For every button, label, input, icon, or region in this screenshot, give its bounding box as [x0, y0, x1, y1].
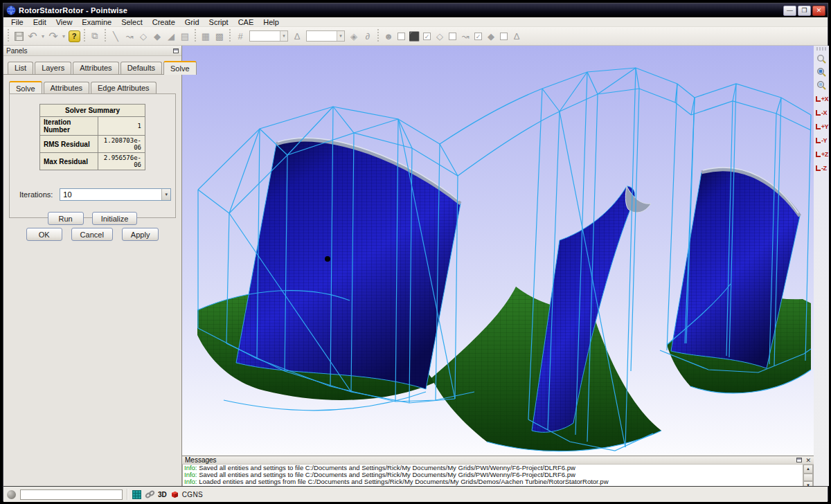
toolbar-handle [6, 29, 10, 43]
blocks-visibility-checkbox[interactable]: ✓ [423, 33, 431, 40]
show-database-icon[interactable]: ☻ [382, 29, 395, 43]
domains-visibility-checkbox[interactable] [449, 33, 456, 40]
view-toolbar-handle[interactable] [816, 47, 826, 51]
show-spacings-icon[interactable]: ◆ [484, 29, 498, 43]
project-icon[interactable]: ◈ [347, 29, 361, 43]
view-minus-z-button[interactable]: -Z [814, 161, 828, 175]
unstructured-grid-icon[interactable]: ▩ [213, 29, 226, 43]
tab-defaults[interactable]: Defaults [120, 62, 162, 74]
dimension-icon[interactable]: # [233, 29, 247, 43]
apply-button[interactable]: Apply [122, 228, 159, 241]
message-level: Info: [184, 478, 197, 485]
create-extrusion-icon[interactable]: ◢ [164, 29, 178, 43]
menu-examine[interactable]: Examine [77, 17, 116, 27]
menu-file[interactable]: File [6, 17, 28, 27]
menu-bar: File Edit View Examine Select Create Gri… [3, 17, 828, 27]
menu-select[interactable]: Select [116, 17, 148, 27]
toolbar-separator [82, 29, 87, 43]
help-icon[interactable]: ? [67, 29, 81, 43]
menu-cae[interactable]: CAE [233, 17, 259, 27]
view-plus-x-button[interactable]: +X [814, 92, 828, 106]
axis-label: +X [821, 96, 828, 102]
undo-dropdown-icon[interactable]: ▾ [39, 29, 46, 43]
status-separator [127, 489, 128, 500]
spacings-visibility-checkbox[interactable] [500, 33, 508, 40]
derivative-icon[interactable]: ∂ [361, 29, 375, 43]
menu-help[interactable]: Help [258, 17, 284, 27]
status-bar: 3D CGNS [3, 486, 828, 502]
cancel-button[interactable]: Cancel [71, 228, 113, 241]
zoom-icon[interactable] [814, 53, 828, 66]
axis-label: -Z [821, 165, 827, 172]
tab-layers[interactable]: Layers [35, 62, 71, 74]
menu-view[interactable]: View [51, 17, 78, 27]
subtab-solve[interactable]: Solve [9, 81, 42, 95]
messages-title: Messages [185, 456, 796, 464]
viewport-3d[interactable] [182, 46, 814, 456]
redo-dropdown-icon[interactable]: ▾ [60, 29, 67, 43]
undo-icon[interactable]: ↶ [26, 29, 39, 43]
app-window: RotorStatorRotor - Pointwise — ❐ ✕ File … [3, 3, 828, 501]
iterations-combobox[interactable]: ▾ [60, 188, 171, 201]
selected-point[interactable] [325, 256, 330, 262]
dimension-combobox[interactable]: ▾ [249, 30, 288, 42]
table-row: RMS Residual 1.208703e-06 [40, 136, 145, 153]
scroll-thumb[interactable] [803, 474, 813, 481]
angle-input[interactable] [307, 31, 337, 41]
save-icon[interactable] [12, 29, 26, 43]
create-connector-icon[interactable]: ╲ [109, 29, 123, 43]
minimize-button[interactable]: — [783, 6, 796, 16]
menu-grid[interactable]: Grid [180, 17, 204, 27]
angle-combobox[interactable]: ▾ [306, 30, 345, 42]
create-curve-icon[interactable]: ↝ [123, 29, 136, 43]
close-button[interactable]: ✕ [812, 6, 825, 16]
tab-list[interactable]: List [8, 62, 33, 74]
zoom-selection-icon[interactable] [814, 79, 828, 92]
subtab-edge-attributes[interactable]: Edge Attributes [91, 82, 157, 94]
create-structured-domain-icon[interactable]: ◆ [150, 29, 164, 43]
status-command-input[interactable] [20, 489, 123, 500]
create-block-icon[interactable]: ▤ [178, 29, 192, 43]
angle-icon[interactable]: Δ [290, 29, 304, 43]
show-angles-icon[interactable]: Δ [510, 29, 524, 43]
subtab-attributes[interactable]: Attributes [44, 82, 89, 94]
messages-close-icon[interactable]: ✕ [805, 457, 811, 464]
restore-button[interactable]: ❐ [798, 6, 811, 16]
zoom-to-fit-icon[interactable] [814, 66, 828, 79]
structured-grid-icon[interactable]: ▦ [199, 29, 213, 43]
cae-solver-icon [170, 489, 179, 499]
redo-icon[interactable]: ↷ [46, 29, 60, 43]
iterations-input[interactable] [60, 189, 161, 200]
connectors-visibility-checkbox[interactable]: ✓ [474, 33, 482, 40]
toolbar-separator [103, 29, 107, 43]
dimension-drop-icon[interactable]: ▾ [280, 31, 287, 41]
view-minus-x-button[interactable]: -X [814, 106, 828, 120]
show-blocks-icon[interactable]: ⬛ [407, 29, 421, 43]
new-layer-icon[interactable]: ⧉ [88, 29, 102, 43]
create-domain-icon[interactable]: ◇ [136, 29, 150, 43]
view-plus-y-button[interactable]: +Y [814, 120, 828, 134]
menu-edit[interactable]: Edit [28, 17, 51, 27]
tab-attributes[interactable]: Attributes [73, 62, 118, 74]
toolbar-separator [228, 29, 232, 43]
database-visibility-checkbox[interactable] [397, 33, 405, 40]
dimension-input[interactable] [250, 31, 280, 41]
ok-button[interactable]: OK [26, 228, 62, 241]
scroll-up-icon[interactable]: ▲ [803, 465, 813, 474]
menu-create[interactable]: Create [148, 17, 180, 27]
axis-label: +Z [821, 151, 828, 158]
tab-solve[interactable]: Solve [163, 61, 197, 75]
menu-script[interactable]: Script [204, 17, 233, 27]
run-button[interactable]: Run [48, 212, 84, 225]
iterations-drop-icon[interactable]: ▾ [161, 189, 170, 200]
view-plus-z-button[interactable]: +Z [814, 147, 828, 161]
show-connectors-icon[interactable]: ↝ [458, 29, 472, 43]
initialize-button[interactable]: Initialize [92, 212, 138, 225]
messages-float-icon[interactable] [796, 458, 802, 462]
view-minus-y-button[interactable]: -Y [814, 134, 828, 147]
panels-float-icon[interactable] [173, 48, 179, 53]
axis-icon [816, 124, 821, 129]
axis-label: -X [821, 109, 827, 116]
angle-drop-icon[interactable]: ▾ [337, 31, 344, 41]
show-domains-icon[interactable]: ◇ [433, 29, 447, 43]
